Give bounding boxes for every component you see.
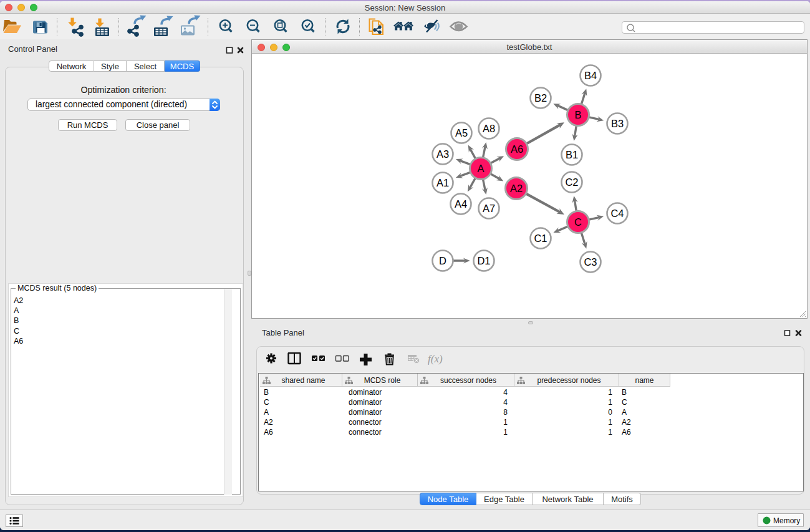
svg-text:B1: B1 [566,149,578,160]
svg-text:C4: C4 [610,208,624,219]
svg-text:C2: C2 [565,177,578,188]
svg-text:A4: A4 [455,198,467,210]
svg-text:A2: A2 [510,183,523,194]
svg-text:A8: A8 [483,123,495,134]
svg-text:C3: C3 [584,256,597,268]
svg-text:D1: D1 [477,255,490,266]
svg-text:C: C [574,216,582,228]
svg-text:B2: B2 [534,92,547,104]
svg-text:D: D [439,255,446,266]
svg-text:B: B [574,109,581,120]
svg-text:C1: C1 [534,233,547,244]
svg-text:B4: B4 [584,70,597,81]
svg-text:A3: A3 [436,148,449,160]
svg-text:f(x): f(x) [428,353,443,365]
svg-text:A1: A1 [436,177,449,188]
svg-text:A7: A7 [483,203,495,214]
svg-text:B3: B3 [611,118,624,129]
svg-text:A6: A6 [511,143,523,155]
svg-text:A5: A5 [455,127,468,138]
svg-text:A: A [477,163,484,174]
